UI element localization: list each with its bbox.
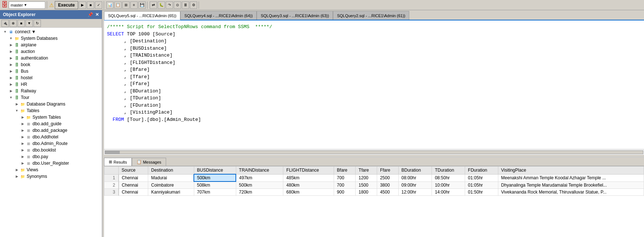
column-header-source[interactable]: Source — [119, 167, 148, 175]
tree-item-dbo-pay[interactable]: ▶⊞dbo.pay — [1, 153, 101, 160]
table-cell-destination[interactable]: Madurai — [148, 174, 194, 181]
table-cell-bduration[interactable]: 12:00hr — [398, 189, 432, 196]
tree-item-system-tables[interactable]: ▶📁System Tables — [1, 114, 101, 121]
tab-q2[interactable]: SQLQuery2.sql - ...RICE1\Admin (61)) — [333, 11, 409, 20]
table-cell-flightdistance[interactable]: 480km — [283, 181, 334, 189]
table-cell-bduration[interactable]: 09:00hr — [398, 181, 432, 189]
horizontal-scrollbar[interactable] — [104, 149, 644, 155]
column-header-visitingplace[interactable]: VisitingPlace — [498, 167, 644, 175]
column-header-[interactable] — [104, 167, 119, 175]
table-cell-source[interactable]: Chennai — [119, 174, 148, 181]
column-header-tfare[interactable]: Tfare — [356, 167, 377, 175]
tree-item-dbo-user-register[interactable]: ▶⊞dbo.User_Register — [1, 160, 101, 167]
table-cell-bfare[interactable]: 700 — [334, 181, 355, 189]
disconnect-button[interactable]: ⊗ — [9, 20, 17, 27]
settings-icon[interactable]: ⚙ — [190, 1, 197, 9]
tree-item-auction[interactable]: ▶🗄auction — [1, 48, 101, 55]
table-cell-ffare[interactable]: 3800 — [377, 181, 398, 189]
column-header-destination[interactable]: Destination — [148, 167, 194, 175]
tree-item-database-diagrams[interactable]: ▶📁Database Diagrams — [1, 101, 101, 107]
table-cell-tfare[interactable]: 1800 — [356, 189, 377, 196]
tree-item-system-databases[interactable]: ▼📁System Databases — [1, 35, 101, 42]
tree-item-authentication[interactable]: ▶🗄authentication — [1, 55, 101, 61]
column-header-flightdistance[interactable]: FLIGHTDistance — [283, 167, 334, 175]
table-cell-source[interactable]: Chennai — [119, 181, 148, 189]
table-cell-tduration[interactable]: 10:00hr — [432, 181, 465, 189]
play-icon[interactable]: ▶ — [79, 1, 86, 9]
column-header-bfare[interactable]: Bfare — [334, 167, 355, 175]
tree-item-connect--[interactable]: ▼🖥connect ▼ — [1, 28, 101, 35]
column-header-ffare[interactable]: Ffare — [377, 167, 398, 175]
tree-item-book[interactable]: ▶🗄book — [1, 61, 101, 68]
execute-button[interactable]: Execute — [55, 1, 78, 9]
results-tab-messages[interactable]: 📋Messages — [132, 158, 166, 166]
column-header-busdistance[interactable]: BUSDistance — [194, 167, 236, 175]
table-cell-bduration[interactable]: 08:00hr — [398, 174, 432, 181]
table-cell-ffare[interactable]: 2500 — [377, 174, 398, 181]
tab-q5[interactable]: SQLQuery5.sql - ...RICE1\Admin (65)) — [104, 11, 180, 20]
table-cell-visitingplace[interactable]: Dhyanalinga Temple Marudamalai Temple Br… — [498, 181, 644, 189]
table-cell-traindistance[interactable]: 500km — [236, 181, 283, 189]
table-cell-visitingplace[interactable]: Meenakshi Amman Temple Koodal Azhagar Te… — [498, 174, 644, 181]
table-cell-fduration[interactable]: 01:05hr — [465, 181, 498, 189]
stop-icon[interactable]: ■ — [87, 1, 94, 9]
dropdown-arrow-icon[interactable]: ▾ — [24, 3, 27, 7]
transactions-icon[interactable]: ⇄ — [150, 1, 157, 9]
table-cell-tduration[interactable]: 08:50hr — [432, 174, 465, 181]
tree-item-views[interactable]: ▶📁Views — [1, 167, 101, 173]
tree-item-dbo-add-guide[interactable]: ▶⊞dbo.add_guide — [1, 121, 101, 127]
tab-q3[interactable]: SQLQuery3.sql - ...RICE1\Admin (63)) — [257, 11, 333, 20]
table-cell-fduration[interactable]: 01:50hr — [465, 189, 498, 196]
tree-item-hr[interactable]: ▶🗄HR — [1, 81, 101, 88]
table-cell-destination[interactable]: Coimbatore — [148, 181, 194, 189]
toggle-header-icon[interactable]: ≣ — [182, 1, 189, 9]
query-editor[interactable]: /***** Script for SelectTopNRows command… — [104, 20, 644, 149]
table-cell-busdistance[interactable]: 707km — [194, 189, 236, 196]
tree-item-dbo-add-package[interactable]: ▶⊞dbo.add_package — [1, 127, 101, 134]
debugger-icon[interactable]: 🐛 — [158, 1, 165, 9]
table-cell-bfare[interactable]: 700 — [334, 174, 355, 181]
tree-item-bus[interactable]: ▶🗄Bus — [1, 68, 101, 74]
table-cell-ffare[interactable]: 4500 — [377, 189, 398, 196]
step-icon[interactable]: ↷ — [166, 1, 173, 9]
table-cell-flightdistance[interactable]: 485km — [283, 174, 334, 181]
tree-item-dbo-addhotel[interactable]: ▶⊞dbo.Addhotel — [1, 134, 101, 140]
tree-item-dbo-booklist[interactable]: ▶⊞dbo.booklist — [1, 147, 101, 153]
data-table-wrapper[interactable]: SourceDestinationBUSDistanceTRAINDistanc… — [104, 166, 644, 237]
tree-item-airplane[interactable]: ▶🗄airplane — [1, 42, 101, 48]
refresh-icon[interactable]: ↻ — [34, 20, 41, 27]
table-cell-fduration[interactable]: 01:05hr — [465, 174, 498, 181]
tree-item-dbo-admin-route[interactable]: ▶⊞dbo.Admin_Route — [1, 140, 101, 147]
table-cell-traindistance[interactable]: 497km — [236, 174, 283, 181]
connect-button[interactable]: 🔌 — [1, 20, 9, 27]
tab-q4[interactable]: SQLQuery4.sql - ...RICE1\Admin (64)) — [180, 11, 257, 20]
column-header-tduration[interactable]: TDuration — [432, 167, 465, 175]
scroll-thumb[interactable] — [105, 151, 120, 154]
results-tab-results[interactable]: ⊞Results — [104, 158, 132, 166]
filter-icon[interactable]: ▼ — [26, 20, 33, 27]
include-actual-plan-icon[interactable]: 📊 — [106, 1, 114, 9]
table-cell-traindistance[interactable]: 720km — [236, 189, 283, 196]
table-cell-busdistance[interactable]: 500km — [194, 174, 236, 181]
close-icon[interactable]: ✕ — [95, 12, 99, 17]
results-to-grid-icon[interactable]: ⊞ — [122, 1, 130, 9]
table-cell-tfare[interactable]: 1500 — [356, 181, 377, 189]
table-cell-busdistance[interactable]: 508km — [194, 181, 236, 189]
stop-button[interactable]: ■ — [18, 20, 25, 27]
column-header-traindistance[interactable]: TRAINDistance — [236, 167, 283, 175]
table-cell-visitingplace[interactable]: Vivekananda Rock Memorial, Thiruvalluvar… — [498, 189, 644, 196]
table-cell-flightdistance[interactable]: 680km — [283, 189, 334, 196]
database-dropdown[interactable]: master ▾ — [9, 1, 45, 9]
column-header-fduration[interactable]: FDuration — [465, 167, 498, 175]
results-to-file-icon[interactable]: 💾 — [138, 1, 146, 9]
table-cell-tduration[interactable]: 14:00hr — [432, 189, 465, 196]
tree-item-railway[interactable]: ▶🗄Railway — [1, 88, 101, 94]
table-cell-destination[interactable]: Kanniyakumari — [148, 189, 194, 196]
tree-item-hostel[interactable]: ▶🗄hostel — [1, 74, 101, 81]
table-cell-bfare[interactable]: 900 — [334, 189, 355, 196]
toggle-breakpoint-icon[interactable]: ⊙ — [174, 1, 181, 9]
table-cell-tfare[interactable]: 1200 — [356, 174, 377, 181]
tree-item-tables[interactable]: ▼📁Tables — [1, 107, 101, 114]
column-header-bduration[interactable]: BDuration — [398, 167, 432, 175]
results-to-text-icon[interactable]: ≡ — [130, 1, 138, 9]
